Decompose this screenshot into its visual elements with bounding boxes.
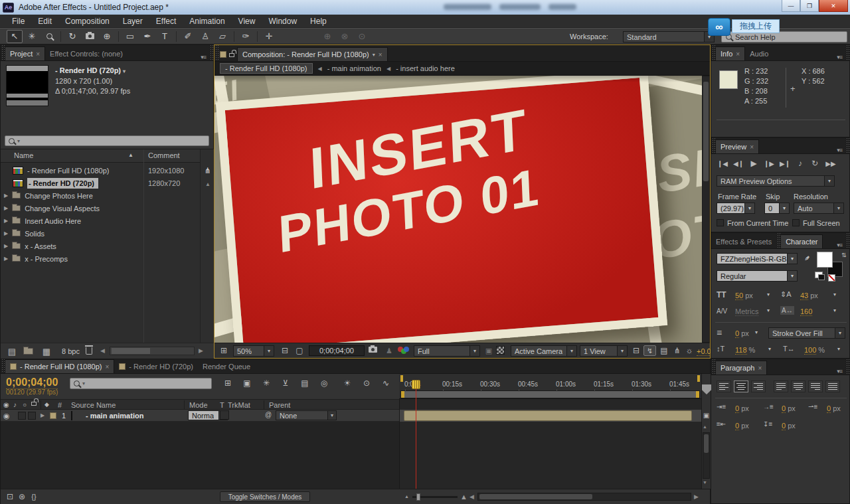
last-frame-button[interactable]: ▶❙ xyxy=(779,158,791,169)
brush-tool[interactable]: ✐ xyxy=(180,30,196,43)
comp-button-icon[interactable]: ▣ xyxy=(702,411,711,420)
tab-composition[interactable]: Composition: - Render Full HD (1080p) ▾ … xyxy=(237,47,388,61)
frame-blending-button[interactable]: ▤ xyxy=(298,378,311,388)
column-number[interactable]: # xyxy=(58,401,62,409)
menu-view[interactable]: View xyxy=(232,17,262,26)
show-channel-button[interactable] xyxy=(398,347,410,355)
panel-menu-icon[interactable]: ▾≡ xyxy=(833,54,845,60)
close-button[interactable]: ✕ xyxy=(819,0,848,12)
frame-rate-select[interactable]: (29.97)▾ xyxy=(717,203,755,214)
pen-tool[interactable]: ✒ xyxy=(139,30,155,43)
exposure-value[interactable]: +0.0 xyxy=(697,347,711,356)
eraser-tool[interactable]: ▱ xyxy=(214,30,230,43)
tab-info[interactable]: Info× xyxy=(715,46,745,60)
scroll-left-icon[interactable]: ◀ xyxy=(100,347,105,354)
tab-preview[interactable]: Preview× xyxy=(715,139,759,153)
tab-timeline-fullhd[interactable]: - Render Full HD (1080p)× xyxy=(5,359,114,373)
tab-project[interactable]: Project× xyxy=(5,46,45,60)
space-after-value[interactable]: 0 xyxy=(782,422,786,430)
menu-edit[interactable]: Edit xyxy=(31,17,58,26)
font-style-select[interactable]: Regular▾ xyxy=(717,270,798,282)
leading-value[interactable]: 43 xyxy=(800,292,808,300)
no-color-icon[interactable] xyxy=(828,274,835,282)
track-area[interactable] xyxy=(399,399,701,489)
project-flowchart-icon[interactable]: ⋔ xyxy=(203,165,213,176)
next-frame-button[interactable]: ❙▶ xyxy=(763,158,775,169)
camera-select[interactable]: Active Camera▾ xyxy=(511,345,577,357)
view-layout-select[interactable]: 1 View▾ xyxy=(580,345,628,357)
parent-select[interactable]: None▾ xyxy=(276,410,337,420)
comp-marker-bin[interactable] xyxy=(702,384,711,394)
project-row-folder[interactable]: ▶ Solids xyxy=(1,227,44,240)
first-line-indent-value[interactable]: 0 xyxy=(827,404,831,413)
expander-icon[interactable]: ▶ xyxy=(4,256,8,262)
chevron-down-icon[interactable]: ▾ xyxy=(837,346,840,352)
comp-flowchart-button[interactable]: ⋔ xyxy=(671,345,683,356)
layer-duration-bar[interactable] xyxy=(404,410,692,421)
align-left-button[interactable] xyxy=(717,380,731,392)
scroll-down-icon[interactable]: ▼ xyxy=(703,480,707,485)
timeline-vscrollbar[interactable] xyxy=(703,432,710,479)
panel-grip[interactable] xyxy=(845,233,849,248)
composition-viewport[interactable]: EI TO SE OT INSERT PHOTO 01 xyxy=(214,76,702,343)
chevron-down-icon[interactable]: ▾ xyxy=(767,292,770,297)
show-snapshot-button[interactable]: ♟ xyxy=(383,345,395,356)
swap-fill-stroke-icon[interactable]: ⇄ xyxy=(841,252,847,258)
insert-photo-card[interactable]: INSERT PHOTO 01 xyxy=(216,76,667,343)
timeline-search-input[interactable]: ▾ xyxy=(70,378,212,389)
chevron-down-icon[interactable]: ▾ xyxy=(373,52,375,58)
chevron-down-icon[interactable]: ▾ xyxy=(833,292,836,297)
project-search-input[interactable]: ▾ xyxy=(5,135,209,146)
layer-label-swatch[interactable] xyxy=(50,412,56,419)
chevron-down-icon[interactable]: ▾ xyxy=(755,329,758,335)
tab-timeline-hd[interactable]: - Render HD (720p) xyxy=(114,359,198,373)
solo-toggle[interactable] xyxy=(28,412,36,420)
chevron-down-icon[interactable]: ▾ xyxy=(833,307,836,313)
ram-preview-button[interactable]: ▶▶ xyxy=(824,158,837,169)
horizontal-scale-value[interactable]: 100 xyxy=(804,346,816,355)
rotation-tool[interactable]: ↻ xyxy=(64,30,80,43)
timeline-hscrollbar[interactable] xyxy=(477,493,691,501)
chevron-down-icon[interactable]: ▾ xyxy=(767,307,770,313)
skip-select[interactable]: 0▾ xyxy=(764,203,790,214)
layer-expander-icon[interactable]: ▶ xyxy=(41,412,44,418)
hide-shy-layers-button[interactable]: ⊻ xyxy=(279,378,292,388)
current-time-display[interactable]: 0;00;04;00 xyxy=(6,377,58,389)
zoom-out-icon[interactable]: ▲ xyxy=(404,494,409,499)
column-header[interactable]: Name ▲ Comment xyxy=(1,149,200,163)
timeline-zoom-slider[interactable] xyxy=(412,496,458,498)
close-icon[interactable]: × xyxy=(750,143,754,151)
current-time-indicator[interactable] xyxy=(412,380,420,389)
clone-stamp-tool[interactable]: ♙ xyxy=(197,30,213,43)
shape-tool[interactable]: ▭ xyxy=(122,30,138,43)
timecode-display[interactable]: 0;00;04;00 xyxy=(309,345,365,356)
breadcrumb-item[interactable]: - insert audio here xyxy=(396,64,455,72)
justify-last-right-button[interactable] xyxy=(808,380,823,392)
zoom-tool[interactable] xyxy=(41,30,57,43)
panel-menu-icon[interactable]: ▾≡ xyxy=(833,242,845,248)
upload-icon[interactable]: ∞ xyxy=(708,18,730,36)
delete-button[interactable] xyxy=(86,345,92,355)
indent-right-value[interactable]: 0 xyxy=(735,422,739,430)
justify-last-left-button[interactable] xyxy=(774,380,788,392)
viewport-vscrollbar[interactable] xyxy=(702,76,710,343)
motion-blur-button[interactable]: ◎ xyxy=(317,378,331,388)
scroll-up-icon[interactable]: ▲ xyxy=(203,180,212,188)
roto-brush-tool[interactable]: ✑ xyxy=(238,30,254,43)
restore-button[interactable]: ❐ xyxy=(800,0,819,12)
project-item-title[interactable]: - Render HD (720p) ▾ xyxy=(55,66,130,76)
stroke-width-value[interactable]: 0 xyxy=(735,329,739,338)
scroll-right-icon[interactable]: ▶ xyxy=(199,347,203,354)
expander-icon[interactable]: ▶ xyxy=(4,205,8,211)
live-update-button[interactable]: ▣ xyxy=(240,378,254,388)
draft-3d-button[interactable]: ✳ xyxy=(260,378,273,388)
font-size-value[interactable]: 50 xyxy=(735,292,743,300)
auto-keyframe-button[interactable]: ⊙ xyxy=(360,378,373,388)
region-of-interest-button[interactable]: ▢ xyxy=(293,345,306,356)
justify-all-button[interactable] xyxy=(825,380,840,392)
font-family-select[interactable]: FZZhengHeiS-R-GB▾ xyxy=(717,253,798,264)
expander-icon[interactable]: ▶ xyxy=(4,193,8,199)
scroll-right-icon[interactable]: ▶ xyxy=(694,493,699,500)
panel-menu-icon[interactable]: ▾≡ xyxy=(833,147,845,153)
tab-effects-presets[interactable]: Effects & Presets xyxy=(711,234,776,248)
